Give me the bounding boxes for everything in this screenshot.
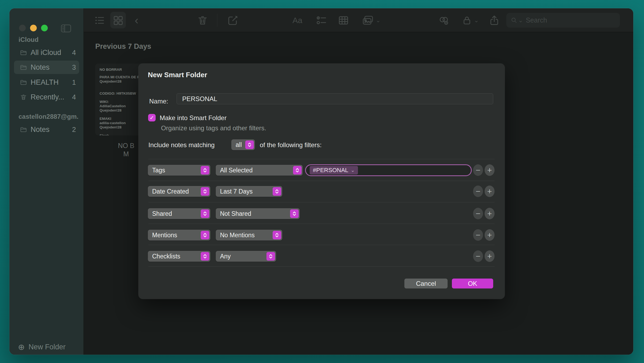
filter-value-select[interactable]: All Selected	[216, 165, 303, 176]
filter-field-select[interactable]: Checklists	[148, 251, 210, 262]
add-filter-button[interactable]: +	[485, 186, 495, 197]
sidebar-item-recently-deleted[interactable]: Recently... 4	[14, 90, 79, 104]
item-count: 4	[72, 93, 76, 101]
filter-field-select[interactable]: Mentions	[148, 230, 210, 240]
up-down-stepper-icon	[290, 209, 299, 218]
divider	[148, 181, 495, 181]
checklist-button[interactable]	[316, 8, 327, 32]
search-field[interactable]: ⌄	[506, 13, 620, 28]
add-filter-button[interactable]: +	[485, 164, 495, 176]
compose-note-button[interactable]	[227, 8, 239, 32]
minus-icon: −	[476, 252, 481, 261]
divider	[148, 159, 495, 159]
filter-row-mentions: Mentions No Mentions − +	[138, 229, 505, 241]
sidebar-item-health[interactable]: HEALTH 1	[14, 76, 79, 89]
delete-note-button[interactable]	[197, 8, 208, 32]
checkmark-icon: ✓	[150, 114, 154, 121]
folder-name-field	[177, 93, 493, 104]
add-filter-button[interactable]: +	[485, 229, 495, 241]
filter-value-select[interactable]: No Mentions	[216, 230, 282, 240]
sidebar-item-account-notes[interactable]: Notes 2	[14, 123, 79, 136]
up-down-stepper-icon	[273, 231, 281, 239]
filter-value-select[interactable]: Not Shared	[216, 208, 300, 219]
minus-icon: −	[476, 209, 481, 218]
item-count: 1	[72, 78, 76, 87]
remove-filter-button[interactable]: −	[473, 250, 483, 262]
up-down-stepper-icon	[293, 166, 302, 175]
plus-icon: +	[487, 231, 492, 240]
filter-field-select[interactable]: Shared	[148, 208, 210, 219]
item-count: 4	[72, 49, 76, 57]
sidebar-item-notes[interactable]: Notes 3	[14, 61, 79, 74]
remove-filter-button[interactable]: −	[473, 186, 483, 197]
smart-folder-checkbox[interactable]: ✓	[148, 114, 156, 121]
filter-row-checklists: Checklists Any − +	[138, 250, 505, 262]
media-button[interactable]: ⌄	[362, 8, 380, 32]
format-button[interactable]: Aa	[292, 8, 302, 32]
plus-icon: +	[487, 187, 492, 196]
up-down-stepper-icon	[245, 140, 254, 149]
plus-icon: +	[487, 166, 492, 175]
new-folder-button[interactable]: ⊕ New Folder	[18, 343, 65, 351]
up-down-stepper-icon	[201, 231, 209, 239]
back-chevron-button[interactable]: ‹	[135, 8, 138, 32]
remove-filter-button[interactable]: −	[473, 229, 483, 241]
gallery-view-button[interactable]	[112, 8, 124, 32]
ok-button[interactable]: OK	[452, 279, 493, 288]
toolbar: ‹ Aa ⌄ ⌄	[84, 8, 633, 32]
minimize-window-button[interactable]	[30, 25, 37, 31]
match-mode-select[interactable]: all	[231, 139, 255, 150]
sidebar-section-account: castellon2887@gm...	[19, 113, 78, 120]
filter-value-select[interactable]: Last 7 Days	[216, 186, 282, 197]
divider	[148, 224, 495, 224]
minus-icon: −	[476, 231, 481, 240]
zoom-window-button[interactable]	[41, 25, 48, 31]
remove-filter-button[interactable]: −	[473, 164, 483, 176]
plus-icon: +	[487, 209, 492, 218]
dialog-title: New Smart Folder	[148, 71, 207, 79]
search-input[interactable]	[526, 16, 616, 24]
table-button[interactable]	[338, 8, 349, 32]
chevron-down-icon: ⌄	[376, 17, 380, 24]
add-filter-button[interactable]: +	[485, 250, 495, 262]
folder-icon	[20, 49, 27, 56]
token-chevron-icon: ⌄	[351, 167, 355, 173]
add-link-button[interactable]	[438, 8, 450, 32]
sidebar-toggle-icon[interactable]	[61, 24, 71, 33]
remove-filter-button[interactable]: −	[473, 208, 483, 219]
toolbar-separator	[217, 14, 217, 27]
folder-name-input[interactable]	[177, 94, 493, 104]
up-down-stepper-icon	[273, 187, 281, 196]
tag-token[interactable]: #PERSONAL ⌄	[310, 166, 358, 175]
filter-row-shared: Shared Not Shared − +	[138, 208, 505, 220]
filter-field-select[interactable]: Tags	[148, 165, 210, 176]
folder-icon	[20, 126, 27, 133]
folder-icon	[20, 64, 27, 71]
sidebar: iCloud All iCloud 4 Notes 3 HEALTH 1	[9, 8, 84, 355]
group-heading: Previous 7 Days	[95, 42, 151, 51]
share-button[interactable]	[488, 8, 500, 32]
add-filter-button[interactable]: +	[485, 208, 495, 219]
divider	[148, 202, 495, 202]
minus-icon: −	[476, 187, 481, 196]
up-down-stepper-icon	[201, 209, 209, 218]
search-icon	[511, 17, 518, 24]
filter-row-tags: Tags All Selected #PERSONAL ⌄ − +	[138, 164, 505, 176]
name-label: Name:	[149, 98, 168, 105]
plus-icon: +	[487, 252, 492, 261]
filter-value-select[interactable]: Any	[216, 251, 276, 262]
new-smart-folder-dialog: New Smart Folder Name: ✓ Make into Smart…	[138, 64, 505, 299]
folder-icon	[20, 79, 27, 86]
tag-token-field[interactable]: #PERSONAL ⌄	[305, 164, 472, 176]
lock-button[interactable]: ⌄	[462, 8, 479, 32]
notes-window: iCloud All iCloud 4 Notes 3 HEALTH 1	[9, 8, 633, 355]
checkbox-subtext: Organize using tags and other filters.	[161, 124, 266, 132]
close-window-button[interactable]	[19, 25, 26, 31]
list-view-button[interactable]	[94, 8, 105, 32]
cancel-button[interactable]: Cancel	[404, 279, 448, 288]
sidebar-section-icloud: iCloud	[19, 36, 78, 43]
item-count: 3	[72, 63, 76, 72]
item-count: 2	[72, 125, 76, 134]
sidebar-item-all-icloud[interactable]: All iCloud 4	[14, 46, 79, 59]
filter-field-select[interactable]: Date Created	[148, 186, 210, 197]
